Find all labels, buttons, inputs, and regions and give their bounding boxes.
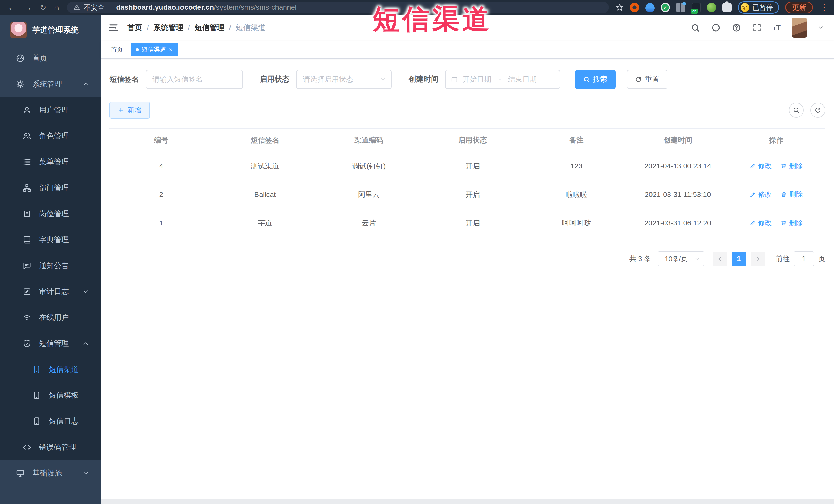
extension-pin-icon[interactable] xyxy=(645,3,655,12)
extension-check-icon[interactable] xyxy=(661,3,670,12)
search-button[interactable]: 搜索 xyxy=(575,70,616,89)
sidebar-item-菜单管理[interactable]: 菜单管理 xyxy=(0,149,101,175)
sidebar-item-岗位管理[interactable]: 岗位管理 xyxy=(0,201,101,227)
users-icon xyxy=(23,132,31,140)
extensions-puzzle-icon[interactable] xyxy=(722,3,731,12)
table-toolbar: 新增 xyxy=(109,102,825,118)
toolbar-right-icons xyxy=(789,103,825,117)
goto-page-input[interactable] xyxy=(794,251,814,266)
sidebar-item-短信日志[interactable]: 短信日志 xyxy=(0,408,101,434)
extension-grid-icon[interactable] xyxy=(676,3,685,12)
delete-link[interactable]: 删除 xyxy=(781,161,803,171)
sidebar-item-审计日志[interactable]: 审计日志 xyxy=(0,279,101,305)
cell-id: 4 xyxy=(109,152,213,180)
edit-link[interactable]: 修改 xyxy=(749,218,772,227)
breadcrumb-item[interactable]: 短信管理 xyxy=(195,23,224,33)
edit-link[interactable]: 修改 xyxy=(749,161,772,171)
font-size-icon[interactable]: TT xyxy=(773,24,781,31)
sign-input[interactable] xyxy=(146,70,243,89)
sidebar-item-首页[interactable]: 首页 xyxy=(0,45,101,71)
avatar-caret-icon[interactable] xyxy=(818,25,824,30)
app-logo[interactable]: 芋道管理系统 xyxy=(0,15,101,45)
edit-link-label: 修改 xyxy=(758,161,772,171)
sidebar-item-字典管理[interactable]: 字典管理 xyxy=(0,227,101,253)
bottom-scrollbar-strip[interactable] xyxy=(101,499,834,504)
end-date-placeholder: 结束日期 xyxy=(508,74,537,84)
refresh-icon xyxy=(814,107,821,113)
home-icon[interactable]: ⌂ xyxy=(54,3,59,12)
range-separator: - xyxy=(496,75,503,84)
delete-link[interactable]: 删除 xyxy=(781,190,803,199)
sidebar-item-通知公告[interactable]: 通知公告 xyxy=(0,253,101,279)
breadcrumb-item: 短信渠道 xyxy=(236,23,265,33)
sidebar-item-label: 通知公告 xyxy=(39,261,69,271)
edit-icon xyxy=(749,191,756,198)
avatar[interactable] xyxy=(792,18,807,38)
cell-operations: 修改删除 xyxy=(727,209,825,238)
goto-label: 前往 xyxy=(776,254,790,263)
status-select-placeholder: 请选择启用状态 xyxy=(303,74,353,84)
bookmark-star-icon[interactable] xyxy=(616,3,624,12)
badge-icon xyxy=(23,210,31,218)
column-header: 创建时间 xyxy=(629,129,727,152)
help-icon[interactable] xyxy=(732,23,741,32)
toggle-search-button[interactable] xyxy=(789,103,804,117)
total-count-label: 共 3 条 xyxy=(630,254,651,263)
phone-icon xyxy=(32,365,41,374)
date-range-picker[interactable]: 开始日期 - 结束日期 xyxy=(445,70,560,89)
tab-短信渠道[interactable]: 短信渠道 xyxy=(131,43,178,56)
breadcrumb-item[interactable]: 系统管理 xyxy=(154,23,183,33)
delete-link[interactable]: 删除 xyxy=(781,218,803,227)
cell-id: 1 xyxy=(109,209,213,238)
reload-icon[interactable]: ↻ xyxy=(40,3,46,12)
profile-paused-pill[interactable]: 已暂停 xyxy=(738,1,779,14)
browser-menu-icon[interactable]: ⋮ xyxy=(819,3,829,12)
hamburger-icon[interactable] xyxy=(108,23,118,33)
breadcrumb-item[interactable]: 首页 xyxy=(127,23,142,33)
page-size-select[interactable]: 10条/页 xyxy=(658,251,704,266)
sidebar-item-系统管理[interactable]: 系统管理 xyxy=(0,71,101,97)
sidebar-item-label: 短信模板 xyxy=(49,390,79,400)
sidebar-item-短信模板[interactable]: 短信模板 xyxy=(0,382,101,408)
cell-operations: 修改删除 xyxy=(727,180,825,209)
paused-badge-label: 已暂停 xyxy=(752,3,773,12)
extension-leaf-icon[interactable] xyxy=(707,3,716,12)
not-secure-warning-icon xyxy=(73,4,80,11)
header-search-icon[interactable] xyxy=(691,23,700,32)
refresh-table-button[interactable] xyxy=(810,103,825,117)
prev-page-button[interactable] xyxy=(712,251,727,266)
sidebar: 芋道管理系统 首页系统管理用户管理角色管理菜单管理部门管理岗位管理字典管理通知公… xyxy=(0,15,101,504)
github-icon[interactable] xyxy=(711,23,721,32)
breadcrumb: 首页/系统管理/短信管理/短信渠道 xyxy=(127,23,265,33)
sidebar-item-短信渠道[interactable]: 短信渠道 xyxy=(0,356,101,382)
address-bar[interactable]: 不安全 dashboard.yudao.iocoder.cn/system/sm… xyxy=(67,2,609,13)
sidebar-item-部门管理[interactable]: 部门管理 xyxy=(0,175,101,201)
add-button[interactable]: 新增 xyxy=(109,102,150,118)
edit-link[interactable]: 修改 xyxy=(749,190,772,199)
profile-emoji-avatar xyxy=(741,3,749,12)
status-select[interactable]: 请选择启用状态 xyxy=(296,70,392,89)
main-area: 首页/系统管理/短信管理/短信渠道 TT 首页短信渠道 短信签名 启 xyxy=(101,15,834,504)
next-page-button[interactable] xyxy=(751,251,765,266)
back-icon[interactable]: ← xyxy=(8,3,16,12)
sidebar-item-短信管理[interactable]: 短信管理 xyxy=(0,330,101,356)
sidebar-item-角色管理[interactable]: 角色管理 xyxy=(0,123,101,149)
sidebar-item-label: 系统管理 xyxy=(32,79,62,89)
reset-button[interactable]: 重置 xyxy=(627,70,667,89)
filter-form: 短信签名 启用状态 请选择启用状态 创建时间 开始日期 - 结束日期 xyxy=(109,70,825,89)
sidebar-item-用户管理[interactable]: 用户管理 xyxy=(0,97,101,123)
tab-首页[interactable]: 首页 xyxy=(106,43,128,56)
extension-switch-icon[interactable]: on xyxy=(692,3,701,12)
sidebar-item-错误码管理[interactable]: 错误码管理 xyxy=(0,434,101,460)
column-header: 启用状态 xyxy=(421,129,524,152)
sidebar-item-在线用户[interactable]: 在线用户 xyxy=(0,305,101,330)
sidebar-item-基础设施[interactable]: 基础设施 xyxy=(0,460,101,486)
column-header: 备注 xyxy=(525,129,629,152)
cell-code: 调试(钉钉) xyxy=(317,152,421,180)
current-page-button[interactable]: 1 xyxy=(731,251,746,266)
forward-icon[interactable]: → xyxy=(24,3,32,12)
extension-orange-icon[interactable] xyxy=(630,3,639,12)
cell-sign: Ballcat xyxy=(213,180,317,209)
fullscreen-icon[interactable] xyxy=(752,23,762,32)
browser-update-button[interactable]: 更新 xyxy=(785,2,813,13)
